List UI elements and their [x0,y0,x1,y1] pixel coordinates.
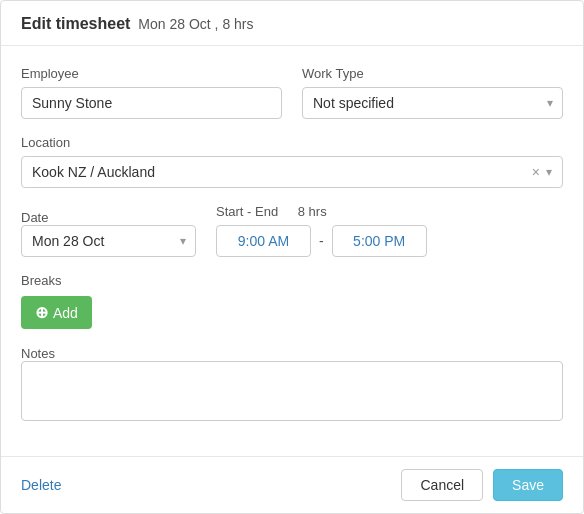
modal-body: Employee Work Type Not specified ▾ Locat… [1,46,583,456]
start-end-label-text: Start - End [216,204,278,219]
date-group: Date Mon 28 Oct ▾ [21,209,196,257]
start-end-label: Start - End 8 hrs [216,204,563,219]
notes-row: Notes [21,345,563,424]
end-time-input[interactable] [332,225,427,257]
add-break-button[interactable]: ⊕ Add [21,296,92,329]
modal-subtitle: Mon 28 Oct , 8 hrs [138,16,253,32]
time-inputs: - [216,225,563,257]
start-time-input[interactable] [216,225,311,257]
date-label: Date [21,210,48,225]
location-chevron-icon: ▾ [546,165,552,179]
work-type-select[interactable]: Not specified [302,87,563,119]
time-group: Start - End 8 hrs - [216,204,563,257]
time-separator: - [319,233,324,249]
modal-footer: Delete Cancel Save [1,456,583,513]
cancel-button[interactable]: Cancel [401,469,483,501]
date-select-wrapper: Mon 28 Oct ▾ [21,225,196,257]
notes-textarea[interactable] [21,361,563,421]
save-button[interactable]: Save [493,469,563,501]
modal-header: Edit timesheet Mon 28 Oct , 8 hrs [1,1,583,46]
work-type-select-wrapper: Not specified ▾ [302,87,563,119]
employee-input[interactable] [21,87,282,119]
notes-label: Notes [21,346,55,361]
date-time-row: Date Mon 28 Oct ▾ Start - End 8 hrs - [21,204,563,257]
location-row: Location Kook NZ / Auckland × ▾ [21,135,563,188]
work-type-group: Work Type Not specified ▾ [302,66,563,119]
location-label: Location [21,135,563,150]
location-clear-icon[interactable]: × [532,164,540,180]
location-group: Location Kook NZ / Auckland × ▾ [21,135,563,188]
delete-button[interactable]: Delete [21,477,61,493]
footer-actions: Cancel Save [401,469,563,501]
work-type-label: Work Type [302,66,563,81]
modal-title: Edit timesheet [21,15,130,33]
employee-label: Employee [21,66,282,81]
employee-group: Employee [21,66,282,119]
start-end-hrs: 8 hrs [298,204,327,219]
location-value: Kook NZ / Auckland [32,164,532,180]
location-wrapper[interactable]: Kook NZ / Auckland × ▾ [21,156,563,188]
add-break-label: Add [53,305,78,321]
date-select[interactable]: Mon 28 Oct [21,225,196,257]
add-break-plus-icon: ⊕ [35,303,48,322]
breaks-row: Breaks ⊕ Add [21,273,563,329]
breaks-label: Breaks [21,273,563,288]
edit-timesheet-modal: Edit timesheet Mon 28 Oct , 8 hrs Employ… [0,0,584,514]
employee-worktype-row: Employee Work Type Not specified ▾ [21,66,563,119]
